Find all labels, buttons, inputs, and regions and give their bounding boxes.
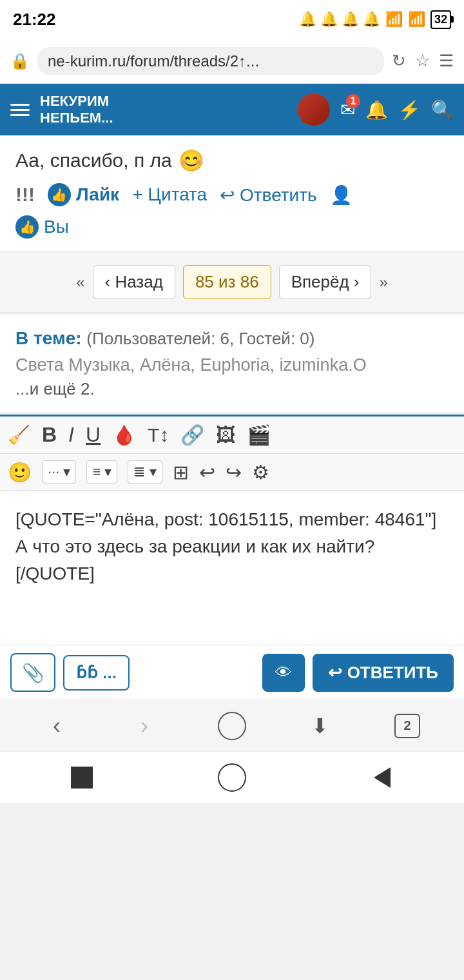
system-stop-button[interactable] — [66, 761, 98, 794]
bb-button[interactable]: ɓɓ ... — [63, 655, 130, 691]
browser-tabs-button[interactable]: 2 — [391, 710, 423, 742]
notification-icons: 🔔 🔔 🔔 🔔 — [299, 11, 380, 28]
liked-icon: 👍 — [15, 215, 39, 239]
quote-button[interactable]: + Цитата — [132, 184, 207, 205]
preview-button[interactable]: 👁 — [262, 654, 305, 692]
attach-button[interactable]: 📎 — [10, 653, 55, 692]
browser-back-button[interactable]: ‹ — [41, 710, 73, 742]
thread-user-1[interactable]: Света Музыка — [15, 355, 130, 375]
status-time: 21:22 — [13, 10, 56, 30]
post-dots: !!! — [15, 184, 35, 206]
system-back-button[interactable] — [366, 761, 398, 794]
site-logo: НЕКУРИМ НЕПЬЕМ... — [40, 93, 287, 127]
thread-label: В теме: (Пользователей: 6, Гостей: 0) — [15, 328, 449, 349]
editor-footer: 📎 ɓɓ ... 👁 ↩ ОТВЕТИТЬ — [0, 645, 464, 700]
thread-users: В теме: (Пользователей: 6, Гостей: 0) Св… — [0, 313, 464, 412]
table-button[interactable]: ⊞ — [173, 461, 189, 484]
list-dropdown[interactable]: ≣ ▾ — [128, 460, 162, 484]
last-page-button[interactable]: » — [379, 273, 387, 291]
browser-download-button[interactable]: ⬇ — [304, 710, 336, 742]
editor-wrapper: 🧹 B I U 🩸 T↕ 🔗 🖼 🎬 🙂 ··· ▾ ≡ ▾ ≣ ▾ ⊞ ↩ ↪… — [0, 415, 464, 700]
redo-button[interactable]: ↪ — [226, 461, 242, 484]
thread-names-list: Света Музыка, Алёна, Euphoria, izuminka.… — [15, 355, 449, 375]
italic-button[interactable]: I — [68, 423, 74, 447]
address-bar-icons: ↻ ☆ ☰ — [392, 51, 454, 71]
lightning-button[interactable]: ⚡ — [398, 99, 421, 121]
nav-header: НЕКУРИМ НЕПЬЕМ... ✉ 1 🔔 ⚡ 🔍 — [0, 84, 464, 135]
post-emoji: 😊 — [179, 148, 204, 173]
editor-content[interactable]: [QUOTE="Алёна, post: 10615115, member: 4… — [15, 506, 449, 587]
browser-home-button[interactable] — [216, 710, 248, 742]
post-actions: !!! 👍 Лайк + Цитата ↩ Ответить 👤 — [15, 183, 449, 206]
status-icons: 🔔 🔔 🔔 🔔 📶 📶 32 — [299, 10, 451, 29]
link-button[interactable]: 🔗 — [180, 424, 204, 446]
emoji-button[interactable]: 🙂 — [8, 461, 32, 484]
system-nav — [0, 751, 464, 803]
first-page-button[interactable]: « — [76, 273, 84, 291]
more-dropdown[interactable]: ··· ▾ — [42, 460, 76, 484]
underline-button[interactable]: U — [86, 423, 101, 447]
lock-icon: 🔒 — [10, 52, 30, 70]
like-button[interactable]: 👍 Лайк — [48, 183, 119, 206]
messages-badge: 1 — [346, 94, 360, 108]
submit-button[interactable]: ↩ ОТВЕТИТЬ — [313, 654, 454, 692]
address-bar: 🔒 ↻ ☆ ☰ — [0, 39, 464, 84]
align-dropdown[interactable]: ≡ ▾ — [86, 460, 117, 484]
battery-icon: 32 — [430, 10, 451, 29]
editor-toolbar-top: 🧹 B I U 🩸 T↕ 🔗 🖼 🎬 — [0, 416, 464, 454]
color-button[interactable]: 🩸 — [112, 424, 136, 446]
menu-icon[interactable]: ☰ — [439, 51, 454, 71]
undo-button[interactable]: ↩ — [199, 461, 215, 484]
thread-user-3[interactable]: Euphoria — [200, 355, 270, 375]
notifications-button[interactable]: 🔔 — [365, 99, 388, 121]
eraser-button[interactable]: 🧹 — [8, 424, 30, 446]
star-icon[interactable]: ☆ — [415, 51, 430, 71]
browser-forward-button[interactable]: › — [128, 710, 160, 742]
text-size-button[interactable]: T↕ — [148, 424, 169, 446]
address-input[interactable] — [37, 47, 384, 75]
post-text: Аа, спасибо, п ла 😊 — [15, 148, 449, 173]
signal-icon: 📶 — [385, 11, 403, 28]
user-avatar[interactable] — [298, 93, 330, 126]
thread-more: ...и ещё 2. — [15, 379, 449, 399]
editor-body[interactable]: [QUOTE="Алёна, post: 10615115, member: 4… — [0, 491, 464, 645]
page-current: 85 из 86 — [183, 265, 271, 299]
user-profile-icon[interactable]: 👤 — [330, 184, 353, 206]
system-home-button[interactable] — [216, 761, 248, 794]
signal-icon2: 📶 — [408, 11, 425, 28]
thread-user-4[interactable]: izuminka.O — [280, 355, 367, 375]
post-content: Аа, спасибо, п ла 😊 !!! 👍 Лайк + Цитата … — [0, 135, 464, 251]
video-button[interactable]: 🎬 — [247, 424, 271, 446]
next-page-button[interactable]: Вперёд › — [279, 265, 372, 299]
reply-button[interactable]: ↩ Ответить — [220, 184, 316, 206]
search-button[interactable]: 🔍 — [431, 99, 454, 121]
status-bar: 21:22 🔔 🔔 🔔 🔔 📶 📶 32 — [0, 0, 464, 39]
hamburger-menu[interactable] — [10, 104, 30, 116]
editor-toolbar-bottom: 🙂 ··· ▾ ≡ ▾ ≣ ▾ ⊞ ↩ ↪ ⚙ — [0, 454, 464, 491]
liked-by: 👍 Вы — [15, 215, 449, 239]
reload-icon[interactable]: ↻ — [392, 51, 406, 71]
bottom-nav: ‹ › ⬇ 2 — [0, 700, 464, 751]
messages-button[interactable]: ✉ 1 — [340, 99, 355, 121]
prev-page-button[interactable]: ‹ Назад — [93, 265, 175, 299]
settings-button[interactable]: ⚙ — [252, 461, 269, 484]
pagination: « ‹ Назад 85 из 86 Вперёд › » — [0, 251, 464, 313]
bold-button[interactable]: B — [42, 423, 57, 447]
like-icon: 👍 — [48, 183, 71, 206]
thread-user-2[interactable]: Алёна — [140, 355, 191, 375]
image-button[interactable]: 🖼 — [216, 424, 235, 446]
